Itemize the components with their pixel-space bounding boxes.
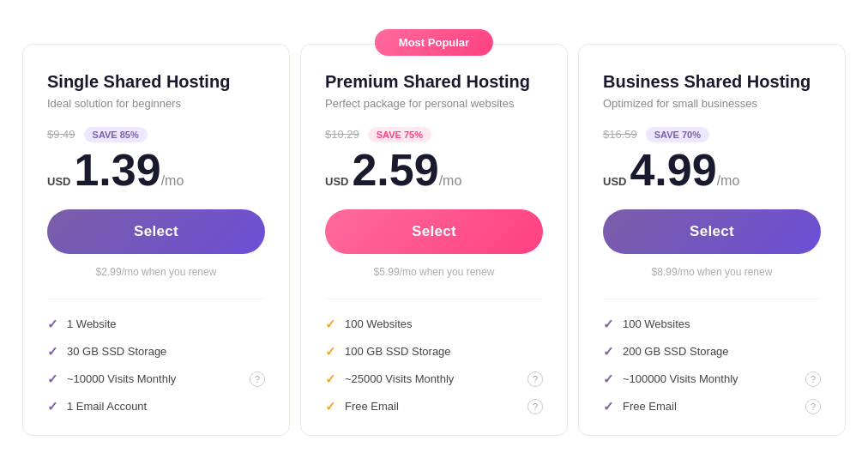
check-icon: ✓ <box>603 399 614 414</box>
plan-card-premium: Most Popular Premium Shared Hosting Perf… <box>300 44 568 436</box>
feature-text: 100 GB SSD Storage <box>345 345 451 358</box>
save-badge-single: SAVE 85% <box>84 127 148 142</box>
pricing-row-single: $9.49 SAVE 85% <box>47 127 265 142</box>
select-button-business[interactable]: Select <box>603 209 821 254</box>
feature-text: 200 GB SSD Storage <box>623 345 729 358</box>
price-amount-premium: 2.59 <box>352 148 438 192</box>
feature-text: Free Email <box>345 400 399 413</box>
check-icon: ✓ <box>325 317 336 332</box>
divider-premium <box>325 299 543 299</box>
plan-card-single: Single Shared Hosting Ideal solution for… <box>22 44 290 436</box>
renew-text-business: $8.99/mo when you renew <box>603 266 821 278</box>
feature-item: ✓ Free Email ? <box>325 399 543 414</box>
question-icon[interactable]: ? <box>805 399 821 414</box>
feature-list-premium: ✓ 100 Websites ✓ 100 GB SSD Storage ✓ ~2… <box>325 317 543 414</box>
check-icon: ✓ <box>47 344 58 359</box>
question-icon[interactable]: ? <box>805 371 821 387</box>
price-display-business: USD 4.99 /mo <box>603 148 821 192</box>
feature-text: ~100000 Visits Monthly <box>623 372 738 385</box>
feature-text: Free Email <box>623 400 677 413</box>
feature-item: ✓ 1 Website <box>47 317 265 332</box>
plan-desc-single: Ideal solution for beginners <box>47 97 265 110</box>
divider-business <box>603 299 821 299</box>
feature-text: 100 Websites <box>345 317 413 330</box>
currency-business: USD <box>603 175 626 188</box>
most-popular-badge: Most Popular <box>375 29 493 56</box>
check-icon: ✓ <box>47 317 58 332</box>
select-button-single[interactable]: Select <box>47 209 265 254</box>
feature-text: ~10000 Visits Monthly <box>67 372 176 385</box>
original-price-business: $16.59 <box>603 128 637 141</box>
divider-single <box>47 299 265 299</box>
pricing-row-premium: $10.29 SAVE 75% <box>325 127 543 142</box>
check-icon: ✓ <box>603 317 614 332</box>
currency-premium: USD <box>325 175 348 188</box>
price-period-premium: /mo <box>439 173 462 189</box>
check-icon: ✓ <box>603 371 614 387</box>
feature-item: ✓ 100 Websites <box>325 317 543 332</box>
feature-item: ✓ 30 GB SSD Storage <box>47 344 265 359</box>
feature-item: ✓ ~25000 Visits Monthly ? <box>325 371 543 387</box>
renew-text-premium: $5.99/mo when you renew <box>325 266 543 278</box>
plan-name-single: Single Shared Hosting <box>47 72 265 92</box>
feature-item: ✓ ~100000 Visits Monthly ? <box>603 371 821 387</box>
plan-desc-business: Optimized for small businesses <box>603 97 821 110</box>
feature-list-business: ✓ 100 Websites ✓ 200 GB SSD Storage ✓ ~1… <box>603 317 821 414</box>
pricing-container: Single Shared Hosting Ideal solution for… <box>17 18 851 436</box>
price-display-single: USD 1.39 /mo <box>47 148 265 192</box>
feature-item: ✓ Free Email ? <box>603 399 821 414</box>
check-icon: ✓ <box>325 344 336 359</box>
price-amount-single: 1.39 <box>74 148 160 192</box>
price-period-single: /mo <box>161 173 184 189</box>
plan-name-premium: Premium Shared Hosting <box>325 72 543 92</box>
feature-text: ~25000 Visits Monthly <box>345 372 454 385</box>
question-icon[interactable]: ? <box>527 399 543 414</box>
feature-item: ✓ 100 GB SSD Storage <box>325 344 543 359</box>
check-icon: ✓ <box>325 371 336 387</box>
feature-list-single: ✓ 1 Website ✓ 30 GB SSD Storage ✓ ~10000… <box>47 317 265 414</box>
check-icon: ✓ <box>47 371 58 387</box>
feature-item: ✓ 1 Email Account <box>47 399 265 414</box>
price-display-premium: USD 2.59 /mo <box>325 148 543 192</box>
renew-text-single: $2.99/mo when you renew <box>47 266 265 278</box>
feature-text: 1 Email Account <box>67 400 147 413</box>
feature-text: 1 Website <box>67 317 117 330</box>
check-icon: ✓ <box>47 399 58 414</box>
feature-text: 100 Websites <box>623 317 690 330</box>
currency-single: USD <box>47 175 70 188</box>
plan-name-business: Business Shared Hosting <box>603 72 821 92</box>
feature-item: ✓ 200 GB SSD Storage <box>603 344 821 359</box>
save-badge-business: SAVE 70% <box>646 127 709 142</box>
save-badge-premium: SAVE 75% <box>368 127 431 142</box>
price-amount-business: 4.99 <box>630 148 716 192</box>
feature-text: 30 GB SSD Storage <box>67 345 166 358</box>
original-price-single: $9.49 <box>47 128 75 141</box>
check-icon: ✓ <box>603 344 614 359</box>
select-button-premium[interactable]: Select <box>325 209 543 254</box>
question-icon[interactable]: ? <box>527 371 543 387</box>
feature-item: ✓ 100 Websites <box>603 317 821 332</box>
plan-desc-premium: Perfect package for personal websites <box>325 97 543 110</box>
pricing-row-business: $16.59 SAVE 70% <box>603 127 821 142</box>
original-price-premium: $10.29 <box>325 128 359 141</box>
feature-item: ✓ ~10000 Visits Monthly ? <box>47 371 265 387</box>
plan-card-business: Business Shared Hosting Optimized for sm… <box>578 44 846 436</box>
check-icon: ✓ <box>325 399 336 414</box>
question-icon[interactable]: ? <box>250 371 265 387</box>
price-period-business: /mo <box>717 173 740 189</box>
